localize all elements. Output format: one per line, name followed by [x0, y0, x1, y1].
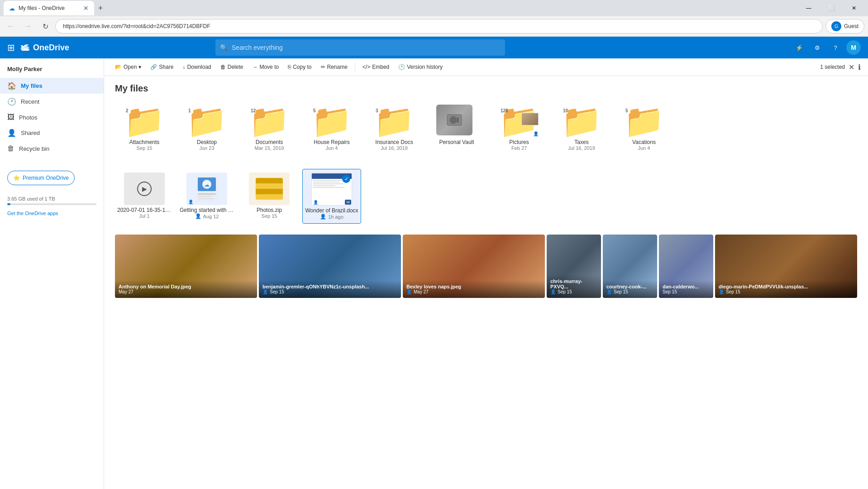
- folder-item-house-repairs[interactable]: 📁 5 House Repairs Jun 4: [302, 101, 361, 154]
- file-thumbnail: ☁ 👤: [186, 173, 227, 205]
- file-name: Photos.zip: [242, 207, 296, 213]
- sidebar-item-shared[interactable]: 👤 Shared: [0, 125, 104, 141]
- pdf-thumbnail-icon: ☁: [196, 175, 218, 202]
- sidebar-item-recent[interactable]: 🕐 Recent: [0, 94, 104, 110]
- refresh-button[interactable]: ↻: [38, 19, 52, 34]
- share-button[interactable]: 🔗 Share: [147, 62, 177, 72]
- folder-badge: 5: [625, 108, 628, 113]
- folder-badge: 128: [501, 108, 508, 113]
- new-tab-button[interactable]: +: [94, 2, 107, 14]
- sidebar-item-recycle-bin[interactable]: 🗑 Recycle bin: [0, 141, 104, 156]
- file-item-wonder-of-brazil[interactable]: W ✓ 👤 Wonder of Brazil.docx 👤 1h ago: [302, 169, 361, 224]
- download-icon: ↓: [182, 64, 185, 70]
- folder-item-pictures[interactable]: 📁 128 👤 Pictures Feb 27: [490, 101, 548, 154]
- browser-chrome: ☁ My files - OneDrive ✕ + — ⬜ ✕ ← → ↻ G …: [0, 0, 868, 37]
- photo-meta: 👤 May 27: [406, 289, 541, 294]
- version-history-button[interactable]: 🕐 Version history: [395, 62, 446, 72]
- close-button[interactable]: ✕: [844, 1, 864, 15]
- toolbar-separator-1: [355, 62, 355, 72]
- address-bar-row: ← → ↻ G Guest: [0, 16, 868, 36]
- folders-grid: 📁 2 Attachments Sep 15 📁 1 Desktop: [115, 101, 857, 154]
- waffle-menu-button[interactable]: ⊞: [7, 42, 15, 53]
- selection-count: 1 selected: [820, 64, 845, 70]
- rename-icon: ✏: [321, 64, 325, 70]
- shared-badge-icon: 👤: [533, 131, 539, 136]
- folder-icon-wrap: 📁 5: [624, 105, 664, 137]
- svg-rect-11: [198, 193, 216, 195]
- folder-item-desktop[interactable]: 📁 1 Desktop Jun 23: [177, 101, 236, 154]
- folder-item-personal-vault[interactable]: Personal Vault: [427, 101, 486, 154]
- sidebar-user-name: Molly Parker: [0, 62, 104, 78]
- guest-label: Guest: [844, 23, 858, 29]
- folder-icon-wrap: 📁 10: [561, 105, 602, 137]
- photo-item-chris[interactable]: chris-murray-PXVQ... 👤 Sep 15: [547, 235, 601, 298]
- photo-item-courtney[interactable]: courtney-cook-... 👤 Sep 15: [603, 235, 657, 298]
- folder-date: Sep 15: [137, 145, 153, 151]
- sidebar-item-photos[interactable]: 🖼 Photos: [0, 110, 104, 125]
- folder-icon-wrap: 📁 2: [124, 105, 165, 137]
- svg-rect-6: [457, 120, 459, 121]
- delete-icon: 🗑: [220, 64, 226, 70]
- folder-badge: 5: [313, 108, 316, 113]
- back-button[interactable]: ←: [4, 19, 18, 34]
- embed-icon: </>: [362, 64, 370, 70]
- copy-to-button[interactable]: ⎘ Copy to: [284, 62, 315, 72]
- open-chevron-icon: ▾: [138, 64, 141, 70]
- page-title: My files: [115, 83, 857, 94]
- sidebar-item-my-files[interactable]: 🏠 My files: [0, 78, 104, 94]
- active-tab[interactable]: ☁ My files - OneDrive ✕: [4, 1, 94, 15]
- folder-item-insurance-docs[interactable]: 📁 3 Insurance Docs Jul 16, 2019: [365, 101, 424, 154]
- premium-button[interactable]: ⭐ Premium OneDrive: [7, 171, 75, 185]
- folder-icon: 📁: [186, 103, 227, 139]
- file-item-getting-started[interactable]: ☁ 👤 Getting started with On... 👤 Aug 12: [177, 169, 236, 224]
- download-button[interactable]: ↓ Download: [179, 62, 215, 72]
- folder-item-documents[interactable]: 📁 12 Documents Mar 15, 2019: [240, 101, 299, 154]
- sidebar-item-label: My files: [21, 82, 43, 89]
- folder-date: Jul 16, 2019: [568, 145, 595, 151]
- folder-name: Personal Vault: [439, 139, 474, 145]
- app-logo: OneDrive: [20, 43, 69, 53]
- embed-button[interactable]: </> Embed: [359, 62, 393, 72]
- photo-item-anthony[interactable]: Anthony on Memorial Day.jpeg May 27: [115, 235, 257, 298]
- file-item-photos-zip[interactable]: Photos.zip Sep 15: [240, 169, 299, 224]
- search-box: 🔍: [215, 39, 505, 56]
- address-input[interactable]: [55, 19, 823, 34]
- info-button[interactable]: ℹ: [858, 63, 861, 72]
- files-grid: ▶ 2020-07-01 16-35-10.m... Jul 1: [115, 169, 857, 224]
- folder-item-attachments[interactable]: 📁 2 Attachments Sep 15: [115, 101, 174, 154]
- folder-item-vacations[interactable]: 📁 5 Vacations Jun 4: [615, 101, 673, 154]
- photo-item-dan[interactable]: dan-calderwo... Sep 15: [659, 235, 713, 298]
- photo-item-benjamin[interactable]: benjamin-gremler-qONhYBVNz1c-unsplash...…: [259, 235, 401, 298]
- tab-bar: ☁ My files - OneDrive ✕ + — ⬜ ✕: [0, 0, 868, 16]
- help-icon-button[interactable]: ?: [828, 40, 843, 55]
- tab-close-button[interactable]: ✕: [83, 5, 89, 12]
- open-button[interactable]: 📂 Open ▾: [111, 62, 145, 72]
- guest-profile-button[interactable]: G Guest: [825, 19, 864, 34]
- settings-icon-button[interactable]: ⚙: [810, 40, 825, 55]
- copy-to-icon: ⎘: [288, 64, 291, 70]
- delete-button[interactable]: 🗑 Delete: [217, 62, 247, 72]
- get-apps-link[interactable]: Get the OneDrive apps: [0, 209, 104, 218]
- photo-item-diego[interactable]: diego-marin-PeDMdPVVUik-unsplas... 👤 Sep…: [715, 235, 857, 298]
- forward-button[interactable]: →: [21, 19, 35, 34]
- file-item-video[interactable]: ▶ 2020-07-01 16-35-10.m... Jul 1: [115, 169, 174, 224]
- rename-button[interactable]: ✏ Rename: [317, 62, 351, 72]
- photos-strip: Anthony on Memorial Day.jpeg May 27 benj…: [115, 235, 857, 298]
- folder-badge: 3: [376, 108, 378, 113]
- maximize-button[interactable]: ⬜: [821, 1, 842, 15]
- user-avatar[interactable]: M: [846, 40, 861, 55]
- folder-date: Jun 4: [326, 145, 338, 151]
- version-history-icon: 🕐: [398, 64, 405, 70]
- clear-selection-button[interactable]: ✕: [849, 63, 854, 72]
- folder-item-taxes[interactable]: 📁 10 Taxes Jul 16, 2019: [552, 101, 611, 154]
- lightning-icon-button[interactable]: ⚡: [792, 40, 806, 55]
- file-thumbnail: ▶: [124, 173, 165, 205]
- photo-name: Anthony on Memorial Day.jpeg: [119, 284, 253, 289]
- photo-item-bexley[interactable]: Bexley loves naps.jpeg 👤 May 27: [403, 235, 545, 298]
- onedrive-app: ⊞ OneDrive 🔍 ⚡ ⚙ ? M Molly Parker 🏠: [0, 37, 868, 489]
- minimize-button[interactable]: —: [798, 1, 819, 15]
- recent-icon: 🕐: [7, 97, 16, 106]
- move-to-button[interactable]: → Move to: [248, 62, 282, 72]
- search-input[interactable]: [215, 39, 505, 56]
- app-body: Molly Parker 🏠 My files 🕐 Recent 🖼 Photo…: [0, 58, 868, 489]
